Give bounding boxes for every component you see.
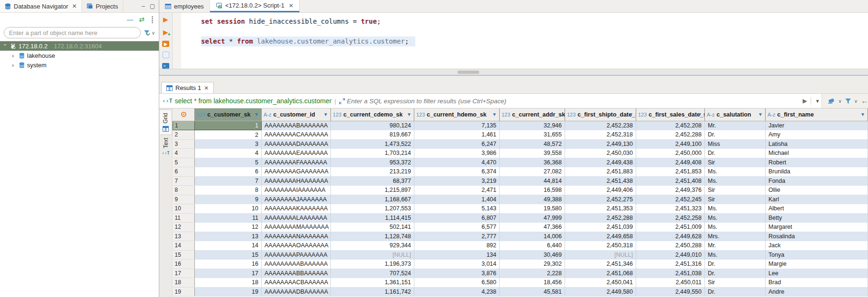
sql-line[interactable]: set session hide_inaccessible_columns = … [201,17,868,27]
result-grid[interactable]: 123c_customer_sk▼A-zc_customer_id▼123c_c… [173,108,868,297]
grid-cell[interactable]: 2 [195,130,262,140]
grid-cell[interactable]: Rosalinda [766,232,868,241]
column-header-c_current_cdemo_sk[interactable]: 123c_current_cdemo_sk▼ [331,108,414,121]
sort-dropdown-icon[interactable]: ▼ [697,112,702,117]
grid-cell[interactable]: 3,876 [414,269,500,278]
grid-cell[interactable]: 2,452,288 [565,213,636,223]
grid-cell[interactable]: Amy [766,130,868,140]
grid-cell[interactable]: Miss [705,139,766,149]
editor-results-splitter[interactable] [159,69,868,75]
sort-dropdown-icon[interactable]: ▼ [758,112,763,117]
grid-cell[interactable]: AAAAAAAAFAAAAAAA [262,158,331,167]
grid-cell[interactable]: 2,451,853 [636,167,705,177]
grid-cell[interactable]: Karl [766,195,868,204]
sort-dropdown-icon[interactable]: ▼ [254,112,259,117]
grid-cell[interactable]: AAAAAAAAGAAAAAAA [262,167,331,177]
grid-cell[interactable]: 2,450,011 [636,278,705,288]
grid-cell[interactable]: Mrs. [705,232,766,241]
grid-cell[interactable]: AAAAAAAALAAAAAAA [262,213,331,223]
erase-filter-icon[interactable] [828,98,835,104]
grid-cell[interactable]: Sir [705,195,766,204]
grid-cell[interactable]: 6,440 [500,241,565,251]
grid-cell[interactable]: 6,247 [414,139,500,149]
column-header-c_customer_sk[interactable]: 123c_customer_sk▼ [195,108,262,121]
sort-dropdown-icon[interactable]: ▼ [557,112,562,117]
grid-cell[interactable]: Sir [705,278,766,288]
grid-cell[interactable]: 6,580 [414,278,500,288]
grid-corner-cell[interactable] [173,108,195,121]
expand-caret-icon[interactable]: › [12,52,17,59]
grid-cell[interactable]: 2,451,883 [565,167,636,177]
grid-cell[interactable]: 2,228 [500,269,565,278]
grid-cell[interactable]: 39,558 [500,149,565,158]
tab-database-navigator[interactable]: Database Navigator ✕ [0,0,82,12]
grid-cell[interactable]: 48,572 [500,139,565,149]
grid-cell[interactable]: 2,449,406 [565,186,636,195]
grid-cell[interactable]: Tonya [766,250,868,260]
grid-cell[interactable]: 2,450,288 [636,241,705,251]
grid-cell[interactable]: AAAAAAAABBAAAAAA [262,269,331,278]
grid-cell[interactable]: 2,449,408 [636,158,705,167]
grid-cell[interactable]: 2,471 [414,186,500,195]
column-header-c_current_addr_sk[interactable]: 123c_current_addr_sk▼ [500,108,565,121]
grid-cell[interactable]: 2,451,068 [565,269,636,278]
open-console-button[interactable]: >_ [162,63,169,69]
grid-cell[interactable]: 2,450,041 [565,278,636,288]
grid-cell[interactable]: 2,451,323 [636,204,705,214]
grid-cell[interactable]: Margaret [766,223,868,232]
link-with-editor-icon[interactable]: ⇄ [139,16,145,23]
grid-cell[interactable]: 707,524 [331,269,414,278]
grid-cell[interactable]: AAAAAAAADAAAAAAA [262,139,331,149]
grid-cell[interactable]: Mr. [705,241,766,251]
row-header[interactable]: 17 [173,269,195,278]
row-header[interactable]: 3 [173,139,195,149]
grid-cell[interactable]: AAAAAAAAOAAAAAAA [262,241,331,251]
grid-cell[interactable]: 1,114,415 [331,213,414,223]
chevron-down-icon[interactable]: ∨ [152,30,155,36]
sql-line[interactable]: select * from lakehouse.customer_analyti… [201,36,415,46]
collapse-all-icon[interactable]: — [127,16,133,23]
sort-dropdown-icon[interactable]: ▼ [492,112,497,117]
presentation-tab-grid[interactable]: Grid [160,109,172,135]
grid-cell[interactable]: Margie [766,260,868,269]
grid-cell[interactable]: 1,461 [414,130,500,140]
row-header[interactable]: 14 [173,241,195,251]
grid-cell[interactable]: AAAAAAAAEAAAAAAA [262,149,331,158]
grid-cell[interactable]: AAAAAAAAKAAAAAAA [262,204,331,214]
grid-cell[interactable]: 2,452,258 [636,213,705,223]
grid-cell[interactable]: 31,655 [500,130,565,140]
grid-cell[interactable]: Brunilda [766,167,868,177]
grid-cell[interactable]: 8 [195,186,262,195]
grid-cell[interactable]: 3 [195,139,262,149]
grid-cell[interactable]: 2,451,408 [636,176,705,186]
grid-cell[interactable]: Ms. [705,250,766,260]
grid-cell[interactable]: 7,135 [414,121,500,130]
grid-cell[interactable]: Fonda [766,176,868,186]
row-header[interactable]: 1 [173,121,195,130]
grid-cell[interactable]: 2,450,318 [565,241,636,251]
grid-cell[interactable]: 47,999 [500,213,565,223]
grid-cell[interactable]: Ms. [705,213,766,223]
grid-cell[interactable]: 819,667 [331,130,414,140]
grid-cell[interactable]: 2,451,038 [636,269,705,278]
grid-cell[interactable]: 2,451,316 [636,260,705,269]
grid-cell[interactable]: 1,361,151 [331,278,414,288]
row-header[interactable]: 8 [173,186,195,195]
close-icon[interactable]: ✕ [204,85,209,91]
sort-dropdown-icon[interactable]: ▼ [323,112,328,117]
horizontal-scrollbar-thumb[interactable] [457,71,479,74]
grid-cell[interactable]: 16,598 [500,186,565,195]
column-header-c_first_sales_date_sk[interactable]: 123c_first_sales_date_sk▼ [636,108,705,121]
close-icon[interactable]: ✕ [289,2,293,9]
grid-cell[interactable]: 2,449,580 [565,287,636,297]
grid-cell[interactable]: 12 [195,223,262,232]
grid-cell[interactable]: 1,168,667 [331,195,414,204]
grid-cell[interactable]: 2,452,288 [636,130,705,140]
grid-cell[interactable]: 2,449,658 [565,232,636,241]
tree-item-lakehouse[interactable]: › lakehouse [0,51,159,60]
grid-cell[interactable]: 1,703,214 [331,149,414,158]
grid-cell[interactable]: 2,449,010 [636,250,705,260]
grid-cell[interactable]: 6,374 [414,167,500,177]
grid-cell[interactable]: Ms. [705,204,766,214]
grid-cell[interactable]: Dr. [705,269,766,278]
